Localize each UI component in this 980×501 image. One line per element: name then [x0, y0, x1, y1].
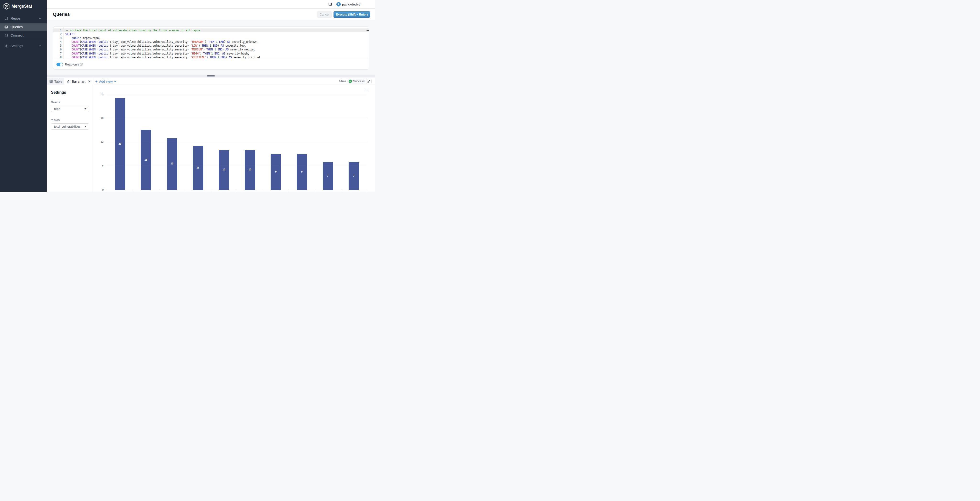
x-axis-tick-mark: [185, 190, 185, 192]
page-title: Queries: [53, 12, 70, 17]
code-text: COUNT(CASE WHEN (public.trivy_repo_vulne…: [65, 48, 256, 51]
token-pl: .trivy_repo_vulnerabilities.vulnerabilit…: [108, 44, 187, 48]
token-pl: ): [203, 48, 206, 51]
cancel-button[interactable]: Cancel: [317, 11, 332, 18]
execute-button[interactable]: Execute (Shift + Enter): [334, 11, 370, 18]
page-header: Queries Cancel Execute (Shift + Enter): [47, 9, 375, 20]
x-axis-select[interactable]: repo: [51, 106, 89, 112]
readonly-toggle[interactable]: [56, 63, 63, 66]
editor-scrollbar-thumb[interactable]: [366, 30, 369, 31]
avatar[interactable]: [336, 2, 341, 6]
topbar: patrickdevivo: [47, 0, 375, 9]
sidebar-item-connect[interactable]: Connect: [0, 32, 47, 39]
bar-value-label: 23: [115, 142, 125, 145]
settings-heading: Settings: [51, 90, 66, 95]
bar-value-label: 10: [219, 168, 229, 171]
line-number: 4: [53, 40, 62, 44]
token-pl: ): [225, 56, 229, 59]
line-number: 1: [53, 29, 62, 32]
close-icon[interactable]: [88, 80, 91, 83]
token-kw: AS: [227, 40, 230, 43]
code-line[interactable]: 4 COUNT(CASE WHEN (public.trivy_repo_vul…: [53, 40, 369, 44]
code-line[interactable]: 6 COUNT(CASE WHEN (public.trivy_repo_vul…: [53, 48, 369, 51]
y-axis-label: Y-axis: [51, 118, 60, 122]
token-pl: [216, 48, 218, 51]
code-text: COUNT(CASE WHEN (public.trivy_repo_vulne…: [65, 52, 249, 55]
code-line[interactable]: 1-- surface the total count of vulnerabi…: [53, 29, 369, 32]
token-pl: [213, 48, 215, 51]
x-axis-tick-mark: [211, 190, 211, 192]
token-pl: [208, 44, 210, 48]
editor-footer: Read-only: [53, 59, 369, 70]
code-line[interactable]: 7 COUNT(CASE WHEN (public.trivy_repo_vul…: [53, 52, 369, 55]
sidebar-item-label: Connect: [11, 33, 24, 37]
token-pl: [65, 44, 72, 48]
chart-settings-pane: Settings X-axis repo Y-axis total_vulner…: [47, 85, 93, 192]
query-duration: 14ms: [339, 79, 346, 83]
code-line[interactable]: 3 public.repos.repo,: [53, 36, 369, 40]
sidebar-item-queries[interactable]: Queries: [0, 24, 47, 30]
token-kw: THEN: [202, 44, 208, 48]
token-kw: AS: [225, 48, 229, 51]
gridline: [107, 94, 367, 94]
token-kw: THEN: [208, 40, 215, 43]
sql-editor-card: 1-- surface the total count of vulnerabi…: [53, 26, 369, 70]
line-number: 7: [53, 52, 62, 55]
token-kw: CASE WHEN: [81, 48, 95, 51]
add-view-button[interactable]: + Add view: [95, 78, 116, 85]
panel-resizer[interactable]: [47, 75, 375, 77]
docs-book-icon[interactable]: [328, 2, 332, 6]
logo-text: MergeStat: [11, 4, 32, 9]
token-pl: .repos.repo,: [81, 36, 100, 40]
token-kw: CASE WHEN: [81, 52, 95, 55]
user-menu-caret-icon[interactable]: [359, 3, 361, 5]
token-pl: .trivy_repo_vulnerabilities.vulnerabilit…: [108, 56, 187, 59]
expand-button[interactable]: [366, 79, 372, 84]
tab-bar-chart[interactable]: Bar chart: [64, 78, 93, 85]
sql-editor[interactable]: 1-- surface the total count of vulnerabi…: [53, 27, 369, 59]
x-axis-tick-mark: [289, 190, 289, 192]
tab-label: Bar chart: [72, 79, 86, 83]
code-line[interactable]: 8 COUNT(CASE WHEN (public.trivy_repo_vul…: [53, 55, 369, 59]
code-line[interactable]: 2SELECT: [53, 32, 369, 36]
resizer-handle[interactable]: [207, 75, 215, 76]
database-icon: [4, 33, 8, 37]
select-caret-icon: [84, 126, 86, 127]
sidebar-item-repos[interactable]: Repos: [0, 15, 47, 22]
token-kw: CASE WHEN: [81, 56, 95, 59]
token-kw: END: [215, 52, 219, 55]
token-pl: [216, 56, 218, 59]
bar-value-label: 13: [167, 162, 177, 165]
chart-context-menu-button[interactable]: [365, 89, 368, 92]
token-pl: .trivy_repo_vulnerabilities.vulnerabilit…: [108, 48, 187, 51]
x-axis-tick-mark: [263, 190, 263, 192]
token-pl: ): [207, 56, 210, 59]
token-kw: END: [218, 48, 222, 51]
x-axis-line: [107, 190, 367, 190]
terminal-icon: [4, 25, 8, 29]
username[interactable]: patrickdevivo: [342, 3, 360, 6]
token-op: =: [187, 44, 189, 48]
token-pl: ): [218, 44, 221, 48]
code-text: COUNT(CASE WHEN (public.trivy_repo_vulne…: [65, 44, 246, 48]
line-number: 2: [53, 32, 62, 36]
token-pl: ): [205, 40, 208, 43]
token-kw: AS: [229, 56, 232, 59]
mergestat-logo[interactable]: MergeStat: [3, 3, 32, 10]
table-icon: [49, 79, 53, 83]
token-bi: COUNT: [72, 48, 80, 51]
add-view-caret-icon: [114, 81, 116, 82]
code-line[interactable]: 5 COUNT(CASE WHEN (public.trivy_repo_vul…: [53, 44, 369, 48]
token-bi: COUNT: [72, 40, 80, 43]
y-axis-select[interactable]: total_vulnerabilities: [51, 123, 89, 130]
tab-label: Table: [54, 79, 62, 83]
token-kw: AS: [222, 52, 225, 55]
y-axis-tick-label: 12: [96, 140, 103, 143]
sidebar-item-settings[interactable]: Settings: [0, 42, 47, 49]
token-kw: END: [213, 44, 218, 48]
success-check-icon: [348, 79, 352, 83]
info-icon[interactable]: [80, 63, 83, 66]
tab-table[interactable]: Table: [47, 78, 64, 85]
book-icon: [4, 16, 8, 20]
token-pl: [65, 48, 72, 51]
